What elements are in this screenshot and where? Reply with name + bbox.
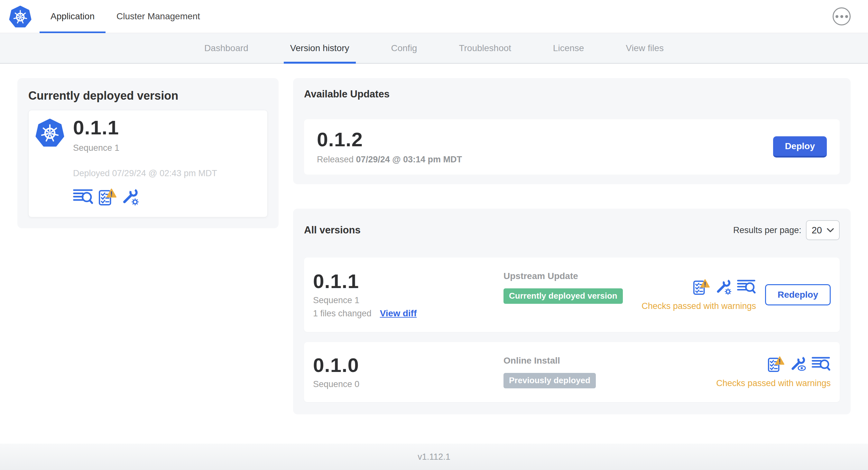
app-logo: [0, 0, 39, 33]
preflight-warning-icon[interactable]: [693, 279, 710, 296]
version-number: 0.1.0: [313, 355, 503, 375]
version-source: Online Install Previously deployed: [503, 356, 716, 388]
version-sequence: Sequence 0: [313, 379, 503, 389]
currently-deployed-card: 0.1.1 Sequence 1 Deployed 07/29/24 @ 02:…: [28, 110, 268, 217]
currently-deployed-title: Currently deployed version: [28, 89, 268, 103]
checks-block: Checks passed with warnings: [716, 356, 831, 388]
available-updates-title: Available Updates: [304, 89, 840, 100]
available-updates-panel: Available Updates 0.1.2 Released 07/29/2…: [293, 78, 850, 184]
chevron-down-icon: [827, 228, 834, 232]
currently-deployed-panel: Currently deployed version 0.1.1 Sequenc…: [18, 78, 279, 228]
version-row: 0.1.0 Sequence 0 Online Install Previous…: [304, 342, 840, 402]
dot: [840, 15, 843, 18]
tab-config[interactable]: Config: [385, 33, 424, 63]
redeploy-button[interactable]: Redeploy: [765, 284, 831, 305]
diff-icon[interactable]: [737, 279, 756, 296]
checks-block: Checks passed with warnings: [642, 279, 756, 311]
checks-status: Checks passed with warnings: [642, 301, 756, 311]
all-versions-title: All versions: [304, 224, 361, 236]
dot: [845, 15, 848, 18]
tab-cluster-management[interactable]: Cluster Management: [105, 0, 211, 33]
released-label: Released: [317, 155, 353, 164]
status-badge: Currently deployed version: [503, 289, 623, 304]
current-version-number: 0.1.1: [73, 118, 217, 138]
all-versions-header: All versions Results per page: 20: [304, 220, 840, 240]
config-edit-icon[interactable]: [715, 279, 732, 296]
results-per-page-value: 20: [812, 225, 822, 236]
files-changed: 1 files changed: [313, 309, 372, 318]
tab-view-files[interactable]: View files: [619, 33, 670, 63]
status-badge: Previously deployed: [503, 373, 596, 388]
available-update-card: 0.1.2 Released 07/29/24 @ 03:14 pm MDT D…: [304, 119, 840, 174]
version-row: 0.1.1 Sequence 1 1 files changed View di…: [304, 258, 840, 332]
ellipsis-menu-icon[interactable]: [833, 7, 850, 25]
diff-icon[interactable]: [812, 356, 831, 373]
config-edit-icon[interactable]: [121, 188, 139, 206]
version-action-icons: [693, 279, 756, 296]
tab-application[interactable]: Application: [39, 0, 105, 33]
version-actions: Checks passed with warnings Redeploy: [642, 279, 831, 311]
console-version: v1.112.1: [417, 452, 451, 462]
app-subnav: Dashboard Version history Config Trouble…: [0, 33, 868, 64]
current-version-info: 0.1.1 Sequence 1 Deployed 07/29/24 @ 02:…: [73, 118, 217, 206]
config-view-icon[interactable]: [790, 356, 807, 373]
update-released-date: Released 07/29/24 @ 03:14 pm MDT: [317, 155, 462, 165]
dot: [836, 15, 838, 18]
current-version-sequence: Sequence 1: [73, 143, 217, 153]
tab-license[interactable]: License: [547, 33, 591, 63]
version-info: 0.1.0 Sequence 0: [313, 355, 503, 389]
deploy-button[interactable]: Deploy: [773, 136, 827, 158]
main-content: Currently deployed version 0.1.1 Sequenc…: [0, 64, 868, 444]
version-info: 0.1.1 Sequence 1 1 files changed View di…: [313, 271, 503, 318]
tab-version-history[interactable]: Version history: [284, 33, 356, 63]
update-info: 0.1.2 Released 07/29/24 @ 03:14 pm MDT: [317, 129, 462, 164]
all-versions-panel: All versions Results per page: 20 0.1.1 …: [293, 209, 850, 414]
checks-status: Checks passed with warnings: [716, 378, 831, 388]
tab-troubleshoot[interactable]: Troubleshoot: [452, 33, 517, 63]
kubernetes-logo-icon: [9, 4, 32, 28]
source-label: Online Install: [503, 356, 560, 366]
results-per-page-label: Results per page:: [733, 225, 801, 235]
kubernetes-app-icon: [35, 118, 64, 147]
version-sequence: Sequence 1: [313, 296, 503, 305]
version-number: 0.1.1: [313, 271, 503, 292]
version-action-icons: [767, 356, 831, 373]
files-changed-line: 1 files changed View diff: [313, 308, 503, 318]
update-version-number: 0.1.2: [317, 129, 462, 150]
header-tabs: Application Cluster Management: [39, 0, 211, 33]
current-version-actions: [73, 188, 217, 206]
preflight-warning-icon[interactable]: [767, 356, 785, 373]
version-source: Upstream Update Currently deployed versi…: [503, 271, 642, 304]
source-label: Upstream Update: [503, 271, 578, 281]
app-footer: v1.112.1: [0, 444, 868, 470]
tab-dashboard[interactable]: Dashboard: [198, 33, 255, 63]
view-diff-link[interactable]: View diff: [380, 308, 417, 318]
results-per-page: Results per page: 20: [733, 220, 840, 240]
released-date: 07/29/24 @ 03:14 pm MDT: [356, 155, 462, 164]
app-header: Application Cluster Management: [0, 0, 868, 33]
version-actions: Checks passed with warnings: [716, 356, 831, 388]
diff-icon[interactable]: [73, 188, 94, 206]
current-version-deployed-date: Deployed 07/29/24 @ 02:43 pm MDT: [73, 168, 217, 178]
preflight-warning-icon[interactable]: [98, 188, 117, 206]
header-spacer: [211, 0, 833, 33]
right-column: Available Updates 0.1.2 Released 07/29/2…: [293, 78, 850, 414]
results-per-page-select[interactable]: 20: [806, 220, 840, 240]
